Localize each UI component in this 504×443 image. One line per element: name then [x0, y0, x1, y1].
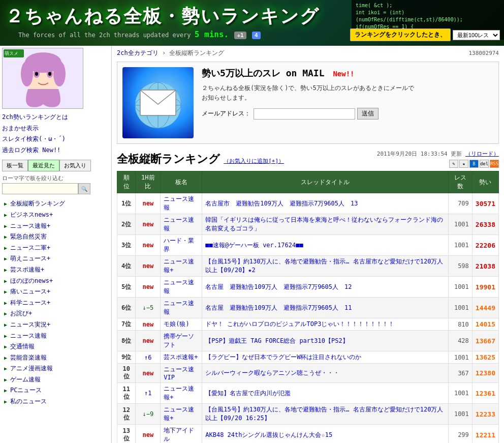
ikioi-cell: 30571 — [472, 193, 498, 214]
sidebar-link-search[interactable]: スレタイ検索(・ω・´) — [2, 134, 109, 145]
list-item[interactable]: 痛いニュース+ — [2, 286, 109, 298]
sidebar-link-item[interactable]: 過去ログ検索 New!! — [2, 145, 109, 156]
thread-cell[interactable]: 【ラグビー】なぜ日本でラグビーW杯は注目されないのか — [202, 351, 448, 364]
sidebar-banner[interactable]: ライチ CV:竹達彩奈 萌スメ麻雀 — [2, 48, 83, 109]
board-cell[interactable]: 携帯ゲーソフト — [161, 331, 202, 351]
list-item[interactable]: ニュース速報 — [2, 331, 109, 342]
sidebar-nav-tabs: 板一覧 最近見た お気入り — [2, 160, 109, 171]
icon-blue[interactable]: B — [469, 160, 479, 168]
ikioi-cell: 12361 — [472, 383, 498, 404]
ikioi-cell: 13667 — [472, 331, 498, 351]
thread-cell[interactable]: 【台風15号】約130万人に、各地で避難勧告・指示… 名古屋市など愛知だけで12… — [202, 256, 448, 277]
list-item[interactable]: 緊急自然災害 — [2, 231, 109, 243]
mail-promo-text: 勢い5万以上のスレ on MAIL New!! ２ちゃんねる全板(実況を除く)で… — [194, 67, 414, 138]
list-item[interactable]: ニュース速報+ — [2, 221, 109, 232]
board-cell[interactable]: ニュース速報+ — [161, 383, 202, 404]
col-prev: 1H前比 — [136, 171, 161, 193]
sidebar-search-input[interactable] — [2, 183, 78, 194]
thread-cell[interactable]: 【台風15号】約130万人に、各地で避難勧告・指示… 名古屋市など愛知だけで12… — [202, 404, 448, 425]
res-cell: 1001 — [448, 351, 472, 364]
sidebar-link-omakase[interactable]: おまかせ表示 — [2, 123, 109, 134]
board-cell[interactable]: ニュース速報+ — [161, 256, 202, 277]
mail-promo-desc: ２ちゃんねる全板(実況を除く)で、勢い5万以上のスレがあるときにメールで お知ら… — [202, 83, 414, 103]
res-cell: 1001 — [448, 298, 472, 318]
table-row: 7位newモ娘(狼)ドヤ！ これがハロプロのビジュアルTOP3じゃい！！！！！！… — [117, 318, 499, 331]
sidebar-link-log[interactable]: 過去ログ検索 New!! — [2, 145, 109, 156]
list-item[interactable]: 芸スポ速報+ — [2, 264, 109, 276]
list-item[interactable]: 萌えニュース+ — [2, 253, 109, 264]
sidebar-search-button[interactable]: 🔍 — [78, 183, 90, 194]
list-item[interactable]: 芸能音楽速報 — [2, 352, 109, 364]
badge-plus1: +1 — [234, 32, 246, 39]
board-cell[interactable]: ニュース速報+ — [161, 404, 202, 425]
tab-favorites[interactable]: お気入り — [59, 160, 91, 171]
thread-cell[interactable]: 名古屋 避難勧告109万人 避難指示7万9605人 12 — [202, 277, 448, 298]
mail-input[interactable] — [254, 108, 355, 120]
thread-cell[interactable]: シルバーウィーク暇ならアニソン聴こうぜ・・・ — [202, 364, 448, 383]
board-cell[interactable]: 芸スポ速報+ — [161, 351, 202, 364]
ranking-select[interactable]: 最新100レス — [453, 30, 500, 40]
board-cell[interactable]: 地下アイドル — [161, 425, 202, 444]
list-item[interactable]: ニュース二軍+ — [2, 243, 109, 254]
list-item[interactable]: 交通情報 — [2, 341, 109, 352]
new-badge: New!! — [333, 70, 354, 78]
thread-cell[interactable]: 名古屋市 避難勧告109万人 避難指示7万9605人 13 — [202, 193, 448, 214]
list-item[interactable]: PCニュース — [2, 385, 109, 396]
sidebar-link-item[interactable]: おまかせ表示 — [2, 123, 109, 134]
sidebar-link-item[interactable]: スレタイ検索(・ω・´) — [2, 134, 109, 145]
mail-submit-button[interactable]: 送信 — [357, 108, 379, 120]
thread-cell[interactable]: 韓国「イギリスは俺らに従って日本海を東海と呼べ！従わないならフォークランド海の名… — [202, 214, 448, 235]
thread-cell[interactable]: ドヤ！ これがハロプロのビジュアルTOP3じゃい！！！！！！！！！ — [202, 318, 448, 331]
thread-cell[interactable]: 【愛知】名古屋で庄内川が氾濫 — [202, 383, 448, 404]
icon-delicious[interactable]: del — [480, 160, 489, 168]
table-row: 4位newニュース速報+【台風15号】約130万人に、各地で避難勧告・指示… 名… — [117, 256, 499, 277]
prev-cell: ↑1 — [136, 383, 161, 404]
board-cell[interactable]: ニュース速報 — [161, 277, 202, 298]
category-link-all[interactable]: 全板縦断ランキング — [10, 200, 65, 207]
ikioi-cell: 13625 — [472, 351, 498, 364]
reload-link[interactable]: （リロード） — [465, 151, 499, 157]
icon-edit[interactable]: ✎ — [449, 160, 458, 168]
board-cell[interactable]: ニュース速報 — [161, 193, 202, 214]
rank-cell: 5位 — [117, 277, 136, 298]
board-cell[interactable]: ニュース速報 — [161, 214, 202, 235]
list-item[interactable]: ビジネスnews+ — [2, 210, 109, 221]
mail-promo-form: メールアドレス： 送信 — [202, 108, 414, 120]
list-item[interactable]: ニュース実況+ — [2, 319, 109, 331]
thread-cell[interactable]: 名古屋 避難勧告109万人 避難指示7万9605人 11 — [202, 298, 448, 318]
thread-cell[interactable]: 【PSP】遊戯王 TAG FORCE総合 part310【PS2】 — [202, 331, 448, 351]
breadcrumb-parent[interactable]: 2ch全カテゴリ — [117, 49, 159, 56]
board-cell[interactable]: ハード・業界 — [161, 235, 202, 256]
table-row: 10位newニュース速VIPシルバーウィーク暇ならアニソン聴こうぜ・・・3671… — [117, 364, 499, 383]
list-item[interactable]: ほのぼのnews+ — [2, 276, 109, 287]
page-id: 138002974 — [468, 50, 499, 56]
res-cell: 1001 — [448, 214, 472, 235]
table-row: 11位↑1ニュース速報+【愛知】名古屋で庄内川が氾濫100112361 — [117, 383, 499, 404]
table-row: 9位↑6芸スポ速報+【ラグビー】なぜ日本でラグビーW杯は注目されないのか1001… — [117, 351, 499, 364]
rank-cell: 2位 — [117, 214, 136, 235]
icon-star[interactable]: ★ — [459, 160, 468, 168]
board-cell[interactable]: ニュース速VIP — [161, 364, 202, 383]
sidebar-link-about[interactable]: 2ch勢いランキングとは — [2, 112, 109, 123]
list-item[interactable]: 私のニュース — [2, 396, 109, 407]
rank-cell: 9位 — [117, 351, 136, 364]
list-item[interactable]: ゲーム速報 — [2, 374, 109, 386]
tab-board-list[interactable]: 板一覧 — [2, 160, 28, 171]
tab-recent[interactable]: 最近見た — [28, 160, 59, 171]
list-item[interactable]: お詫び+ — [2, 308, 109, 319]
board-cell[interactable]: モ娘(狼) — [161, 318, 202, 331]
list-item[interactable]: 全板縦断ランキング — [2, 198, 109, 210]
list-item[interactable]: 科学ニュース+ — [2, 298, 109, 309]
thread-cell[interactable]: ■■速報@ゲーハー板 ver.17624■■ — [202, 235, 448, 256]
ranking-add-link[interactable]: （お気入りに追加[+]） — [224, 158, 284, 164]
thread-cell[interactable]: AKB48 24thシングル選抜じゃんけん大会☆15 — [202, 425, 448, 444]
ikioi-cell: 14015 — [472, 318, 498, 331]
svg-text:萌スメ: 萌スメ — [5, 51, 18, 56]
board-cell[interactable]: ニュース速報 — [161, 298, 202, 318]
icon-rss[interactable]: RSS — [490, 160, 499, 168]
table-header-row: 順位 1H前比 板名 スレッドタイトル レス数 勢い — [117, 171, 499, 193]
list-item[interactable]: アニメ漫画速報 — [2, 363, 109, 374]
rank-cell: 10位 — [117, 364, 136, 383]
rank-cell: 3位 — [117, 235, 136, 256]
sidebar-link-item[interactable]: 2ch勢いランキングとは — [2, 112, 109, 123]
